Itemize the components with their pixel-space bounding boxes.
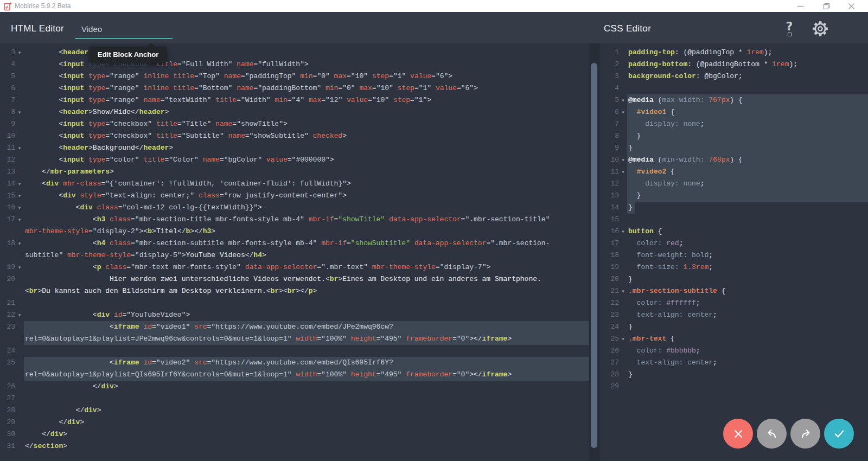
code-line[interactable]: 3▾ <header bbox=[0, 47, 589, 59]
fold-arrow-icon[interactable]: ▾ bbox=[15, 178, 24, 190]
code-line[interactable]: 4 bbox=[599, 82, 868, 94]
code-line[interactable]: 5 <input type="range" inline title="Top"… bbox=[0, 71, 589, 82]
code-line[interactable]: 16▾ <div class="col-md-12 col-lg-{{textW… bbox=[0, 202, 589, 214]
cancel-button[interactable] bbox=[723, 419, 753, 449]
code-line[interactable]: 17 color: red; bbox=[599, 238, 868, 249]
code-line[interactable]: 11▾ <header>Background</header> bbox=[0, 142, 589, 154]
code-line[interactable]: 13 </mbr-parameters> bbox=[0, 166, 589, 178]
fold-arrow-icon[interactable]: ▾ bbox=[619, 285, 627, 297]
code-line[interactable]: 14} bbox=[599, 202, 868, 214]
code-line[interactable]: 24 bbox=[0, 345, 589, 357]
code-line[interactable]: 19▾ <p class="mbr-text mbr-fonts-style" … bbox=[0, 261, 589, 273]
close-button[interactable] bbox=[842, 0, 860, 12]
code-line[interactable]: 2padding-bottom: (@paddingBottom * 1rem)… bbox=[599, 59, 868, 71]
code-line[interactable]: 27 text-align: center; bbox=[599, 357, 868, 369]
code-line[interactable]: 15 bbox=[599, 214, 868, 226]
code-line[interactable]: 22▾ <div id="YouTubeVideo"> bbox=[0, 309, 589, 321]
code-line[interactable]: rel=0&autoplay=1&playlist=QIs695Irf6Y&co… bbox=[0, 369, 589, 381]
code-line[interactable]: 23 text-align: center; bbox=[599, 309, 868, 321]
redo-button[interactable] bbox=[790, 419, 820, 449]
confirm-button[interactable] bbox=[824, 419, 854, 449]
fold-arrow-icon[interactable]: ▾ bbox=[15, 47, 24, 59]
code-line[interactable]: 6 <input type="range" inline title="Bott… bbox=[0, 82, 589, 94]
code-line[interactable]: 10▾@media (min-width: 768px) { bbox=[599, 154, 868, 166]
fold-arrow-icon[interactable]: ▾ bbox=[619, 106, 627, 118]
restore-button[interactable] bbox=[817, 0, 835, 12]
code-line[interactable]: <br>Du kannst auch den Bildschirm am Des… bbox=[0, 285, 589, 297]
line-number bbox=[0, 369, 15, 381]
code-line[interactable]: 18▾ <h4 class="mbr-section-subtitle mbr-… bbox=[0, 238, 589, 249]
code-line[interactable]: 21 bbox=[0, 297, 589, 309]
fold-arrow-icon[interactable]: ▾ bbox=[619, 94, 627, 106]
code-line[interactable]: 8 } bbox=[599, 130, 868, 142]
fold-arrow-icon[interactable]: ▾ bbox=[15, 106, 24, 118]
mobirise-logo-icon bbox=[4, 2, 12, 11]
line-number: 14 bbox=[0, 178, 15, 190]
code-line[interactable]: 30 </div> bbox=[0, 428, 589, 440]
code-line[interactable]: 22 color: #ffffff; bbox=[599, 297, 868, 309]
fold-arrow-icon[interactable]: ▾ bbox=[15, 214, 24, 226]
code-line[interactable]: 13 } bbox=[599, 190, 868, 202]
code-line[interactable]: 1padding-top: (@paddingTop * 1rem); bbox=[599, 47, 868, 59]
fold-arrow-icon[interactable]: ▾ bbox=[15, 309, 24, 321]
fold-arrow-icon[interactable]: ▾ bbox=[15, 261, 24, 273]
code-line[interactable]: 4 <input type="checkbox" title="Full Wid… bbox=[0, 59, 589, 71]
tab-video[interactable]: Video bbox=[81, 24, 102, 34]
code-line[interactable]: 20} bbox=[599, 273, 868, 285]
fold-arrow-icon[interactable]: ▾ bbox=[619, 166, 627, 178]
code-line[interactable]: 25 <iframe id="video2" src="https://www.… bbox=[0, 357, 589, 369]
help-button[interactable]: ? bbox=[780, 19, 799, 39]
code-line[interactable]: 17▾ <h3 class="mbr-section-title mbr-fon… bbox=[0, 214, 589, 226]
fold-arrow-icon[interactable]: ▾ bbox=[15, 190, 24, 202]
html-scrollbar-track[interactable] bbox=[589, 43, 599, 461]
code-line[interactable]: 29 bbox=[599, 381, 868, 393]
code-line[interactable]: 15▾ <div style="text-align: center;" cla… bbox=[0, 190, 589, 202]
code-line[interactable]: 7 <input type="range" name="textWidth" t… bbox=[0, 94, 589, 106]
code-line[interactable]: 6▾ #video1 { bbox=[599, 106, 868, 118]
code-line[interactable]: 20 Hier werden zwei unterschiedliche Vid… bbox=[0, 273, 589, 285]
code-line[interactable]: 9 <input type="checkbox" title="Title" n… bbox=[0, 118, 589, 130]
html-scrollbar-thumb[interactable] bbox=[591, 63, 597, 448]
code-line[interactable]: 31</section> bbox=[0, 440, 589, 452]
css-code-area[interactable]: 1padding-top: (@paddingTop * 1rem);2padd… bbox=[599, 43, 868, 461]
code-line[interactable]: 24} bbox=[599, 321, 868, 333]
code-line[interactable]: 21▾.mbr-section-subtitle { bbox=[599, 285, 868, 297]
fold-arrow-icon[interactable]: ▾ bbox=[15, 142, 24, 154]
code-line[interactable]: mbr-theme-style="display-2"><b>Titel</b>… bbox=[0, 226, 589, 238]
code-line[interactable]: 23 <iframe id="video1" src="https://www.… bbox=[0, 321, 589, 333]
code-line[interactable]: 28} bbox=[599, 369, 868, 381]
code-line[interactable]: 25▾.mbr-text { bbox=[599, 333, 868, 345]
code-line[interactable]: 8▾ <header>Show/Hide</header> bbox=[0, 106, 589, 118]
fold-arrow-icon[interactable]: ▾ bbox=[15, 238, 24, 249]
code-line[interactable]: 3background-color: @bgColor; bbox=[599, 71, 868, 82]
code-line[interactable]: 12 display: none; bbox=[599, 178, 868, 190]
code-line[interactable]: 27 bbox=[0, 393, 589, 405]
code-line[interactable]: 5▾@media (max-width: 767px) { bbox=[599, 94, 868, 106]
code-line[interactable]: 16▾button { bbox=[599, 226, 868, 238]
code-line[interactable]: 9} bbox=[599, 142, 868, 154]
code-line[interactable]: rel=0&autoplay=1&playlist=JPe2mwq96cw&co… bbox=[0, 333, 589, 345]
code-line[interactable]: subtitle" mbr-theme-style="display-5">Yo… bbox=[0, 249, 589, 261]
minimize-button[interactable] bbox=[791, 0, 809, 12]
code-line[interactable]: 14▾ <div mbr-class="{'container': !fullW… bbox=[0, 178, 589, 190]
line-number bbox=[0, 285, 15, 297]
code-line[interactable]: 12 <input type="color" title="Color" nam… bbox=[0, 154, 589, 166]
undo-button[interactable] bbox=[757, 419, 787, 449]
code-line[interactable]: 18 font-weight: bold; bbox=[599, 249, 868, 261]
code-line[interactable]: 10 <input type="checkbox" title="Subtitl… bbox=[0, 130, 589, 142]
fold-arrow-icon[interactable]: ▾ bbox=[619, 154, 627, 166]
code-line[interactable]: 11▾ #video2 { bbox=[599, 166, 868, 178]
fold-arrow-icon[interactable]: ▾ bbox=[15, 202, 24, 214]
code-line[interactable]: 7 display: none; bbox=[599, 118, 868, 130]
code-line[interactable]: 26 </div> bbox=[0, 381, 589, 393]
fold-arrow-icon[interactable]: ▾ bbox=[619, 333, 627, 345]
code-text bbox=[627, 82, 868, 94]
html-code-area[interactable]: 3▾ <header4 <input type="checkbox" title… bbox=[0, 43, 589, 461]
fold-arrow-icon[interactable]: ▾ bbox=[619, 226, 627, 238]
settings-button[interactable] bbox=[810, 19, 830, 39]
code-line[interactable]: 26 color: #bbbbbb; bbox=[599, 345, 868, 357]
code-line[interactable]: 19 font-size: 1.3rem; bbox=[599, 261, 868, 273]
code-line[interactable]: 28 </div> bbox=[0, 405, 589, 417]
line-number: 3 bbox=[599, 71, 619, 82]
code-line[interactable]: 29 </div> bbox=[0, 417, 589, 428]
